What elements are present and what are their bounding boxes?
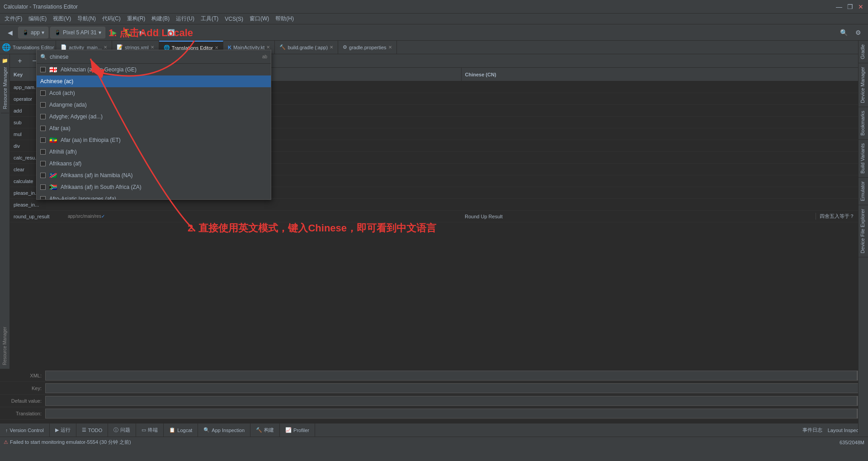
checkbox-acoli[interactable] [40, 90, 46, 96]
tab-activity-main-close[interactable]: ✕ [104, 45, 107, 50]
dropdown-search-input[interactable] [50, 54, 259, 60]
tab-problems[interactable]: ⓘ 问题 [108, 423, 136, 437]
menu-code[interactable]: 代码(C) [99, 14, 123, 24]
tab-app-inspection[interactable]: 🔍 App Inspection [198, 423, 250, 437]
cell-cn-3[interactable] [461, 117, 858, 128]
tab-build[interactable]: 🔨 构建 [250, 423, 280, 437]
maximize-button[interactable]: ❐ [846, 3, 854, 10]
tab-gradle-properties[interactable]: ⚙ gradle.properties ✕ [338, 41, 397, 54]
tab-profiler[interactable]: 📈 Profiler [280, 423, 315, 437]
cell-cn-9[interactable] [461, 187, 858, 198]
menu-navigate[interactable]: 导航(N) [75, 14, 99, 24]
tab-build-gradle[interactable]: 🔨 build.gradle (:app) ✕ [275, 41, 338, 54]
cell-default-11[interactable]: app/src/main/res ✓ [64, 211, 461, 222]
tab-logcat[interactable]: 📋 Logcat [164, 423, 198, 437]
checkbox-afrihili[interactable] [40, 149, 46, 155]
resource-manager-label[interactable]: Resource Manager [0, 325, 9, 367]
tab-gradleprops-close[interactable]: ✕ [388, 45, 392, 50]
close-button[interactable]: ✕ [857, 3, 864, 10]
checkbox-afrikaans[interactable] [40, 161, 46, 166]
checkbox-afar-et[interactable] [40, 137, 46, 143]
key-input[interactable] [45, 383, 868, 393]
locale-item-afrikaans-na[interactable]: 🇳🇦 Afrikaans (af) in Namibia (NA) [37, 169, 271, 181]
stop-button[interactable]: ⬛ [151, 26, 163, 39]
cell-default-10[interactable] [64, 199, 461, 210]
run-button[interactable]: ▶ [107, 26, 120, 39]
table-row[interactable]: please_in... [10, 199, 858, 211]
menu-tools[interactable]: 工具(T) [198, 14, 221, 24]
minimize-button[interactable]: — [835, 3, 843, 10]
tab-mainactivity-close[interactable]: ✕ [266, 45, 270, 50]
back-button[interactable]: ◀ [4, 26, 16, 39]
cell-cn-5[interactable] [461, 140, 858, 151]
device-manager-tab[interactable]: Device Manager [859, 63, 868, 107]
cell-cn-2[interactable] [461, 105, 858, 116]
checkbox-adangme[interactable] [40, 102, 46, 108]
locale-item-adangme[interactable]: Adangme (ada) [37, 99, 271, 111]
add-locale-button[interactable]: + [14, 55, 26, 67]
locale-item-achinese[interactable]: Achinese (ac) [37, 75, 271, 87]
cell-cn-10[interactable] [461, 199, 858, 210]
locale-item-abkhazian[interactable]: 🇬🇪 Abkhazian (ab) in Georgia (GE) [37, 64, 271, 75]
locale-item-afrihili[interactable]: Afrihili (afh) [37, 146, 271, 158]
cell-cn-4[interactable] [461, 128, 858, 140]
cell-cn-1[interactable] [461, 93, 858, 104]
right-status-tabs: 事件日志 Layout Inspector [799, 427, 868, 433]
locale-item-afar[interactable]: Afar (aa) [37, 122, 271, 134]
xml-input[interactable] [45, 371, 857, 381]
menu-help[interactable]: 帮助(H) [273, 14, 297, 24]
menu-view[interactable]: 视图(V) [50, 14, 74, 24]
checkbox-adyghe[interactable] [40, 114, 46, 119]
menu-file[interactable]: 文件(F) [2, 14, 25, 24]
locale-item-acoli[interactable]: Acoli (ach) [37, 87, 271, 99]
tab-todo[interactable]: ☰ TODO [76, 423, 108, 437]
cell-cn-7[interactable] [461, 164, 858, 175]
menu-vcs[interactable]: VCS(S) [222, 15, 246, 23]
locale-item-afro-asiatic[interactable]: Afro-Asiatic languages (afa) [37, 193, 271, 199]
app-dropdown[interactable]: 📱 app ▾ [18, 27, 48, 38]
translations-editor-label: Translations Editor [11, 45, 54, 50]
device-dropdown[interactable]: 📱 Pixel 5 API 31 ▾ [50, 27, 105, 38]
tab-terminal[interactable]: ▭ 终端 [136, 423, 164, 437]
event-log-link[interactable]: 事件日志 [802, 427, 822, 433]
checkbox-afrikaans-na[interactable] [40, 173, 46, 178]
resource-manager-tab[interactable]: Resource Manager [1, 63, 9, 113]
translation-input[interactable] [45, 409, 857, 419]
add-tab-icon[interactable]: 🌐 [2, 43, 11, 52]
checkbox-afar[interactable] [40, 126, 46, 131]
device-file-explorer-tab[interactable]: Device File Explorer [859, 205, 868, 257]
locale-item-afrikaans-za[interactable]: 🇿🇦 Afrikaans (af) in South Africa (ZA) [37, 181, 271, 193]
tab-run[interactable]: ▶ 运行 [50, 423, 76, 437]
locale-item-afar-et[interactable]: 🇪🇹 Afar (aa) in Ethiopia (ET) [37, 134, 271, 146]
locale-label-afrihili: Afrihili (afh) [49, 149, 77, 155]
locale-item-adyghe[interactable]: Adyghe; Adygei (ad...) [37, 111, 271, 122]
menu-edit[interactable]: 编辑(E) [26, 14, 49, 24]
cell-cn-6[interactable] [461, 152, 858, 163]
menu-run[interactable]: 运行(U) [173, 14, 197, 24]
coverage-button[interactable]: ▶̈ [136, 26, 149, 39]
checkbox-abkhazian[interactable] [40, 67, 46, 72]
menu-refactor[interactable]: 重构(R) [124, 14, 148, 24]
menu-build[interactable]: 构建(B) [149, 14, 172, 24]
default-value-input[interactable] [45, 396, 857, 406]
bookmarks-tab[interactable]: Bookmarks [859, 107, 868, 140]
debug-button[interactable]: 🐛 [122, 26, 134, 39]
cell-cn-0[interactable] [461, 81, 858, 93]
profiler-label: Profiler [293, 428, 309, 433]
cell-cn-8[interactable] [461, 175, 858, 187]
checkbox-afro-asiatic[interactable] [40, 196, 46, 199]
menu-window[interactable]: 窗口(W) [247, 14, 272, 24]
cell-cn-11[interactable]: Round Up Result 四舍五入等于？ [461, 211, 858, 222]
locale-item-afrikaans[interactable]: Afrikaans (af) [37, 158, 271, 169]
sync-button[interactable]: 🔄 [165, 26, 178, 39]
tab-version-control[interactable]: ↑ Version Control [0, 423, 50, 437]
table-row[interactable]: round_up_result app/src/main/res ✓ Round… [10, 211, 858, 222]
settings-button[interactable]: ⚙ [852, 26, 864, 39]
checkbox-afrikaans-za[interactable] [40, 184, 46, 190]
search-everywhere-button[interactable]: 🔍 [837, 26, 850, 39]
build-variants-tab[interactable]: Build Variants [859, 140, 868, 178]
emulator-tab[interactable]: Emulator [859, 178, 868, 205]
tab-gradle-close[interactable]: ✕ [330, 45, 333, 50]
tab-strings-close[interactable]: ✕ [151, 45, 154, 50]
gradle-tab[interactable]: Gradle [859, 41, 868, 63]
